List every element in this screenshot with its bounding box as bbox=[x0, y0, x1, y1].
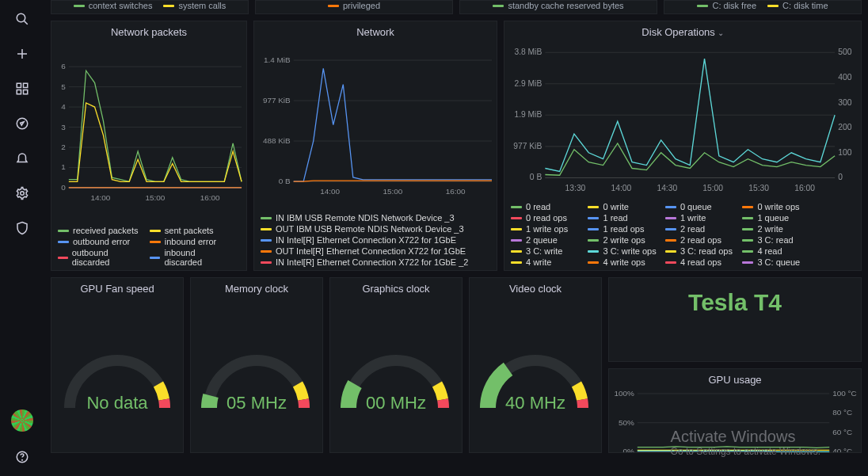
panel-network-packets[interactable]: Network packets 012345614:0015:0016:00 r… bbox=[51, 21, 247, 271]
panel-network[interactable]: Network 0 B488 KiB977 KiB1.4 MiB14:0015:… bbox=[253, 21, 497, 271]
legend-fragment: standby cache reserved bytes bbox=[459, 0, 657, 14]
legend: IN IBM USB Remote NDIS Network Device _3… bbox=[254, 210, 497, 270]
legend-item[interactable]: 3 C: write ops bbox=[588, 246, 663, 256]
svg-text:3.8 MiB: 3.8 MiB bbox=[514, 48, 542, 56]
svg-text:14:30: 14:30 bbox=[657, 184, 677, 192]
legend-item[interactable]: 1 queue bbox=[742, 213, 817, 223]
chart[interactable]: 0 B488 KiB977 KiB1.4 MiB14:0015:0016:00 bbox=[254, 43, 497, 210]
svg-point-0 bbox=[17, 13, 25, 22]
legend-item[interactable]: 0 queue bbox=[665, 202, 740, 211]
legend: 0 read0 write0 queue0 write ops0 read op… bbox=[504, 199, 861, 270]
gauge: 40 MHz bbox=[476, 341, 595, 412]
svg-text:50%: 50% bbox=[619, 418, 634, 427]
legend-item[interactable]: 2 write bbox=[742, 224, 817, 234]
legend-item[interactable]: outbound error bbox=[58, 237, 142, 246]
explore-icon[interactable] bbox=[13, 114, 32, 133]
legend-item[interactable]: 3 C: read ops bbox=[665, 246, 740, 256]
avatar[interactable] bbox=[11, 409, 33, 432]
legend-item[interactable]: 3 C: write bbox=[511, 246, 586, 256]
legend-item[interactable]: 3 C: queue bbox=[742, 257, 817, 267]
panel-memory-clock[interactable]: Memory clock 05 MHz bbox=[190, 277, 323, 453]
panel-title: Memory clock bbox=[191, 278, 322, 299]
plus-icon[interactable] bbox=[13, 44, 32, 63]
svg-rect-7 bbox=[24, 90, 28, 94]
svg-text:1.9 MiB: 1.9 MiB bbox=[514, 110, 542, 119]
svg-text:16:00: 16:00 bbox=[446, 187, 466, 196]
legend-item[interactable]: sent packets bbox=[150, 226, 234, 235]
svg-text:500: 500 bbox=[838, 48, 851, 56]
svg-text:0 B: 0 B bbox=[279, 177, 291, 185]
legend: received packetssent packetsoutbound err… bbox=[51, 223, 246, 270]
svg-text:2: 2 bbox=[61, 143, 66, 151]
panel-disk-operations[interactable]: Disk Operations 0 B977 KiB1.9 MiB2.9 MiB… bbox=[504, 21, 862, 271]
svg-text:80 °C: 80 °C bbox=[832, 408, 852, 417]
svg-text:16:00: 16:00 bbox=[200, 193, 220, 202]
panel-graphics-clock[interactable]: Graphics clock 00 MHz bbox=[329, 277, 463, 453]
legend-item[interactable]: 0 write bbox=[588, 202, 663, 211]
chart[interactable]: 0%50%100%40 °C60 °C80 °C100 °C14:0015:00… bbox=[609, 390, 861, 453]
help-icon[interactable] bbox=[13, 447, 32, 466]
svg-text:0%: 0% bbox=[622, 447, 634, 453]
svg-text:6: 6 bbox=[61, 62, 66, 70]
svg-text:15:00: 15:00 bbox=[383, 187, 402, 196]
legend-item[interactable]: 2 read bbox=[665, 224, 740, 234]
alert-icon[interactable] bbox=[13, 149, 32, 168]
legend-item[interactable]: 1 read ops bbox=[588, 224, 663, 234]
legend-item[interactable]: 2 write ops bbox=[588, 235, 663, 245]
panel-title: Network bbox=[254, 21, 497, 43]
panel-gpu-usage[interactable]: GPU usage 0%50%100%40 °C60 °C80 °C100 °C… bbox=[608, 368, 862, 453]
legend-item[interactable]: received packets bbox=[58, 226, 142, 235]
panel-video-clock[interactable]: Video clock 40 MHz bbox=[469, 277, 602, 453]
legend-item[interactable]: 1 read bbox=[588, 213, 663, 223]
svg-rect-5 bbox=[24, 83, 28, 87]
svg-text:3: 3 bbox=[61, 123, 66, 131]
svg-text:0 B: 0 B bbox=[530, 173, 542, 182]
svg-marker-9 bbox=[21, 122, 25, 126]
legend-item[interactable]: outbound discarded bbox=[58, 248, 142, 267]
legend-item[interactable]: 0 read ops bbox=[511, 213, 586, 223]
svg-text:14:00: 14:00 bbox=[320, 187, 340, 196]
legend-item[interactable]: IN IBM USB Remote NDIS Network Device _3 bbox=[261, 213, 490, 223]
panel-title: Video clock bbox=[470, 278, 601, 299]
svg-text:977 KiB: 977 KiB bbox=[263, 96, 291, 105]
panel-gpu-name[interactable]: Tesla T4 bbox=[608, 277, 862, 362]
panel-gpu-fan[interactable]: GPU Fan speed No data bbox=[51, 277, 184, 453]
legend-fragment: context switchessystem calls bbox=[51, 0, 249, 14]
shield-icon[interactable] bbox=[13, 219, 32, 238]
legend-item[interactable]: 1 write bbox=[665, 213, 740, 223]
search-icon[interactable] bbox=[13, 10, 32, 29]
legend-item[interactable]: IN Intel[R] Ethernet Connection X722 for… bbox=[261, 257, 490, 267]
legend-item[interactable]: 1 write ops bbox=[511, 224, 586, 234]
legend-item[interactable]: 4 read bbox=[742, 246, 817, 256]
legend-item[interactable]: inbound discarded bbox=[150, 248, 234, 267]
legend-item[interactable]: 4 read ops bbox=[665, 257, 740, 267]
legend-fragment: C: disk freeC: disk time bbox=[664, 0, 862, 14]
legend-item[interactable]: 2 queue bbox=[511, 235, 586, 245]
panel-title: Network packets bbox=[51, 21, 246, 43]
legend-item[interactable]: inbound error bbox=[150, 237, 234, 246]
legend-item[interactable]: 0 write ops bbox=[742, 202, 817, 211]
svg-point-10 bbox=[21, 192, 25, 196]
legend-item[interactable]: OUT Intel[R] Ethernet Connection X722 fo… bbox=[261, 246, 490, 256]
legend-item[interactable]: OUT IBM USB Remote NDIS Network Device _… bbox=[261, 224, 490, 234]
legend-item[interactable]: IN Intel[R] Ethernet Connection X722 for… bbox=[261, 235, 490, 245]
legend-item[interactable]: 4 write ops bbox=[588, 257, 663, 267]
svg-text:15:30: 15:30 bbox=[748, 184, 769, 192]
svg-text:40 °C: 40 °C bbox=[832, 447, 852, 453]
chart[interactable]: 012345614:0015:0016:00 bbox=[51, 43, 246, 223]
dashboards-icon[interactable] bbox=[13, 79, 32, 98]
chart[interactable]: 0 B977 KiB1.9 MiB2.9 MiB3.8 MiB010020030… bbox=[504, 43, 861, 199]
legend-item[interactable]: 2 read ops bbox=[665, 235, 740, 245]
svg-text:14:00: 14:00 bbox=[611, 184, 632, 192]
legend-item[interactable]: 0 read bbox=[511, 202, 586, 211]
svg-text:1.4 MiB: 1.4 MiB bbox=[264, 55, 291, 64]
legend-item[interactable]: 4 write bbox=[511, 257, 586, 267]
gear-icon[interactable] bbox=[13, 184, 32, 203]
legend-fragment: privileged bbox=[255, 0, 453, 14]
gauge: 00 MHz bbox=[337, 341, 455, 412]
svg-text:100 °C: 100 °C bbox=[832, 390, 856, 398]
svg-text:4: 4 bbox=[61, 102, 66, 111]
svg-line-1 bbox=[25, 21, 28, 25]
panel-title: Graphics clock bbox=[330, 278, 462, 299]
legend-item[interactable]: 3 C: read bbox=[742, 235, 817, 245]
